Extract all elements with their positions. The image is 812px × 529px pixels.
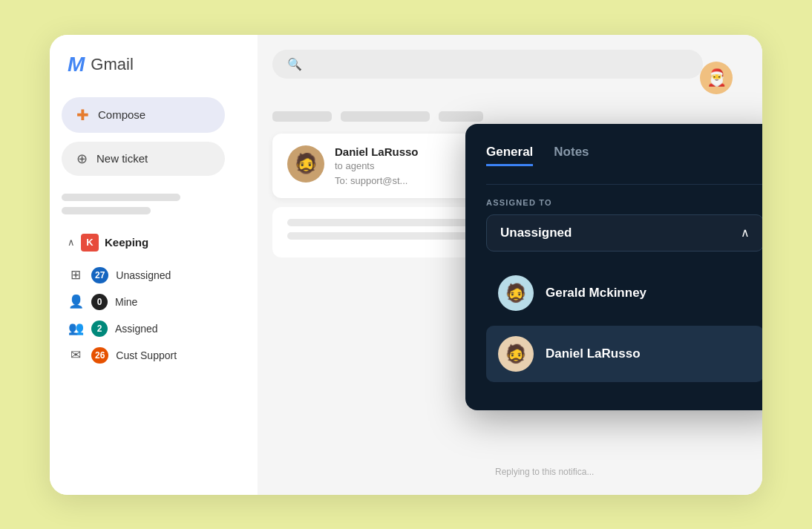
gerald-avatar: 🧔 [498,275,534,311]
skeleton-line [62,194,180,201]
main-content: 🔍 🎅 🧔 Daniel LaRusso to agents To: suppo… [258,35,762,495]
new-ticket-button[interactable]: ⊕ New ticket [62,142,225,176]
inbox-icon: ✉ [68,347,84,363]
daniel-avatar: 🧔 [498,336,534,372]
cust-support-label: Cust Support [116,349,177,361]
keeping-section: ∧ K Keeping ⊞ 27 Unassigned 👤 0 Mine 👥 2… [62,229,246,369]
person-icon: 👤 [68,294,84,309]
agent-option-gerald[interactable]: 🧔 Gerald Mckinney [486,265,762,321]
sidebar-skeleton [62,194,246,214]
cust-badge: 26 [91,347,108,364]
search-bar[interactable]: 🔍 [272,50,703,79]
skeleton-box [272,111,332,122]
gmail-label: Gmail [91,55,133,74]
compose-button[interactable]: ✚ Compose [62,97,225,133]
sidebar-item-mine[interactable]: 👤 0 Mine [62,289,246,315]
panel-tabs: General Notes [486,145,762,166]
main-skeletons-top [272,111,747,122]
mine-label: Mine [115,296,137,308]
keeping-icon: K [81,234,99,252]
compose-label: Compose [98,108,145,121]
tab-notes[interactable]: Notes [554,145,589,166]
sidebar: M Gmail ✚ Compose ⊕ New ticket ∧ K Keepi… [50,35,258,495]
main-card: M Gmail ✚ Compose ⊕ New ticket ∧ K Keepi… [50,35,762,495]
sidebar-item-assigned[interactable]: 👥 2 Assigned [62,315,246,342]
gmail-logo: M Gmail [62,53,246,76]
gerald-name: Gerald Mckinney [546,286,646,300]
compose-plus-icon: ✚ [76,106,89,124]
keeping-title: Keeping [105,236,148,249]
sidebar-item-cust-support[interactable]: ✉ 26 Cust Support [62,342,246,369]
keeping-chevron-icon: ∧ [68,237,75,248]
unassigned-label: Unassigned [116,269,171,281]
panel-divider [486,184,762,185]
keeping-header: ∧ K Keeping [62,229,246,256]
skeleton-line [62,207,151,214]
sender-avatar: 🧔 [287,145,324,183]
stack-icon: ⊞ [68,267,84,283]
dark-panel: General Notes ASSIGNED TO Unassigned ∧ 🧔… [465,124,762,410]
circle-plus-icon: ⊕ [76,151,88,167]
gmail-m-icon: M [68,53,85,76]
reply-text: Replying to this notifica... [495,467,594,477]
assigned-label: Assigned [115,323,158,335]
mine-badge: 0 [91,294,108,310]
daniel-name: Daniel LaRusso [546,346,641,361]
assigned-badge: 2 [91,321,108,337]
new-ticket-label: New ticket [96,152,148,165]
assigned-dropdown[interactable]: Unassigned ∧ [486,214,762,252]
sidebar-item-unassigned[interactable]: ⊞ 27 Unassigned [62,262,246,289]
unassigned-badge: 27 [91,267,108,283]
assigned-to-label: ASSIGNED TO [486,198,762,207]
skeleton-box [439,111,483,122]
tab-general[interactable]: General [486,145,533,166]
skeleton-box [341,111,430,122]
dropdown-value: Unassigned [500,226,572,240]
user-avatar: 🎅 [700,62,733,94]
people-icon: 👥 [68,321,84,336]
search-icon: 🔍 [287,57,302,71]
agent-option-daniel[interactable]: 🧔 Daniel LaRusso [486,326,762,382]
chevron-up-icon: ∧ [741,226,750,240]
